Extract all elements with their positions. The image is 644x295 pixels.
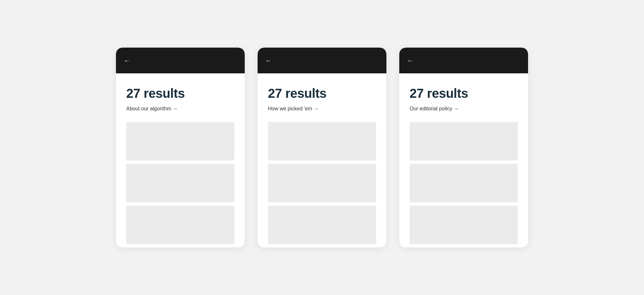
phone-body-1: 27 results About our algorithm →	[116, 73, 245, 244]
back-button-2[interactable]: ←	[265, 57, 272, 64]
card-placeholder-2c	[268, 206, 376, 244]
phone-screen-1: ← 27 results About our algorithm →	[116, 48, 245, 247]
card-placeholder-2a	[268, 122, 376, 161]
card-placeholder-3a	[410, 122, 518, 161]
phone-header-3: ←	[399, 48, 528, 73]
card-placeholder-1c	[126, 206, 234, 244]
phone-header-1: ←	[116, 48, 245, 73]
card-placeholder-1a	[126, 122, 234, 161]
back-button-1[interactable]: ←	[124, 57, 130, 64]
phone-header-2: ←	[258, 48, 386, 73]
card-placeholder-2b	[268, 164, 376, 202]
link-about-algorithm[interactable]: About our algorithm →	[126, 106, 234, 112]
back-button-3[interactable]: ←	[407, 57, 413, 64]
card-placeholder-3c	[410, 206, 518, 244]
card-placeholder-3b	[410, 164, 518, 202]
phone-screen-2: ← 27 results How we picked 'em →	[258, 48, 386, 247]
results-count-2: 27 results	[268, 86, 376, 101]
card-placeholder-1b	[126, 164, 234, 202]
results-count-1: 27 results	[126, 86, 234, 101]
link-how-we-picked[interactable]: How we picked 'em →	[268, 106, 376, 112]
phone-screen-3: ← 27 results Our editorial policy →	[399, 48, 528, 247]
results-count-3: 27 results	[410, 86, 518, 101]
phone-body-3: 27 results Our editorial policy →	[399, 73, 528, 244]
phone-body-2: 27 results How we picked 'em →	[258, 73, 386, 244]
link-editorial-policy[interactable]: Our editorial policy →	[410, 106, 518, 112]
screens-container: ← 27 results About our algorithm → ← 27 …	[103, 28, 541, 267]
